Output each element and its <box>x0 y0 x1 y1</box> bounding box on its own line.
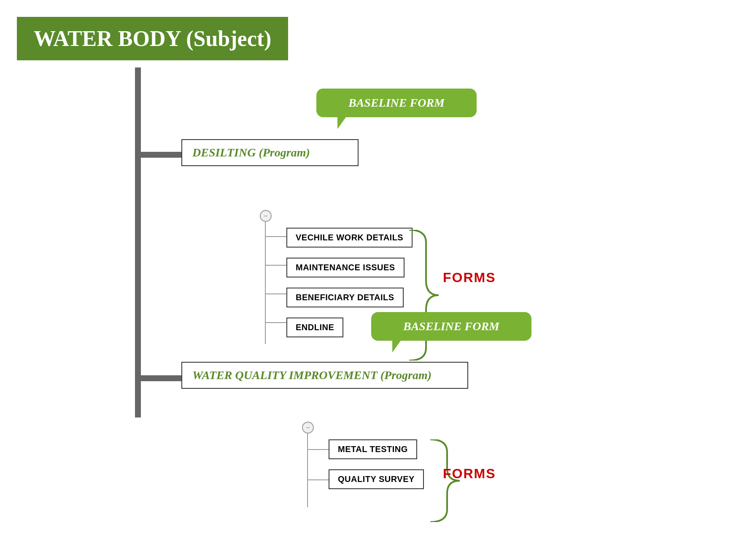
form-box-maintenance: MAINTENANCE ISSUES <box>286 258 405 277</box>
form-box-endline: ENDLINE <box>286 318 343 337</box>
trunk-line <box>135 67 141 417</box>
program-label-desilting: DESILTING (Program) <box>192 146 310 159</box>
form-box-metal: METAL TESTING <box>329 439 417 459</box>
forms-text-desilting: FORMS <box>443 270 496 285</box>
form-box-beneficiary: BENEFICIARY DETAILS <box>286 288 404 307</box>
baseline-bubble-desilting: BASELINE FORM <box>316 89 477 117</box>
forms-label-desilting: FORMS <box>443 270 496 285</box>
form-box-quality: QUALITY SURVEY <box>329 469 424 489</box>
form-item-maintenance: MAINTENANCE ISSUES <box>286 258 413 277</box>
expand-circle-desilting[interactable]: − <box>260 210 272 222</box>
baseline-label-water-quality: BASELINE FORM <box>386 320 516 333</box>
program-label-water-quality: WATER QUALITY IMPROVEMENT (Program) <box>192 369 432 382</box>
program-box-water-quality: WATER QUALITY IMPROVEMENT (Program) <box>181 362 468 389</box>
root-node: WATER BODY (Subject) <box>17 17 288 60</box>
baseline-label-desilting: BASELINE FORM <box>332 96 461 110</box>
expand-icon-desilting: − <box>264 212 268 221</box>
branch-connector-desilting <box>135 152 186 158</box>
root-label: WATER BODY (Subject) <box>34 27 271 51</box>
curly-brace-desilting <box>405 230 443 361</box>
form-item-vechile: VECHILE WORK DETAILS <box>286 228 413 248</box>
form-items-water-quality: METAL TESTING QUALITY SURVEY <box>329 439 424 493</box>
branch-connector-water-quality <box>135 375 186 381</box>
expand-icon-water-quality: − <box>306 423 310 432</box>
form-item-beneficiary: BENEFICIARY DETAILS <box>286 288 413 307</box>
form-item-quality: QUALITY SURVEY <box>329 469 424 489</box>
forms-text-water-quality: FORMS <box>443 466 496 481</box>
baseline-bubble-water-quality: BASELINE FORM <box>371 312 531 341</box>
form-item-metal: METAL TESTING <box>329 439 424 459</box>
program-box-desilting: DESILTING (Program) <box>181 139 359 166</box>
form-box-vechile: VECHILE WORK DETAILS <box>286 228 413 248</box>
diagram-container: WATER BODY (Subject) BASELINE FORM DESIL… <box>0 0 739 560</box>
forms-label-water-quality: FORMS <box>443 466 496 482</box>
expand-circle-water-quality[interactable]: − <box>302 422 314 433</box>
